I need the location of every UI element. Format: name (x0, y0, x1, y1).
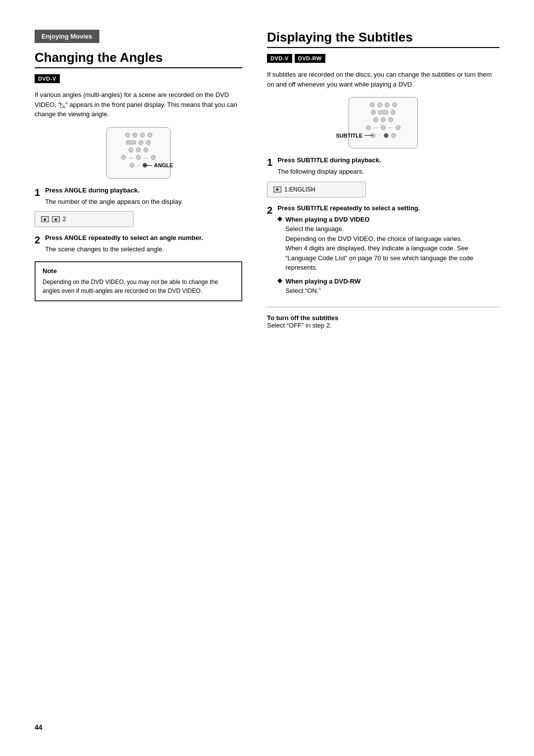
bullet-dvd-video-line3: When 4 digits are displayed, they indica… (285, 244, 473, 271)
btn-11 (136, 155, 141, 160)
right-dvd-v-badge: DVD-V (267, 54, 292, 63)
left-body-text: If various angles (multi-angles) for a s… (35, 90, 242, 119)
r-btn-3 (385, 102, 390, 107)
btn-13 (130, 163, 134, 168)
bullet-dvd-rw-content: When playing a DVD-RW Select “ON.” (285, 277, 360, 296)
bullet-dvd-video-line1: Select the language. (285, 225, 344, 233)
r-btn-15 (391, 133, 396, 138)
btn-8 (136, 147, 141, 152)
remote-row-2 (126, 140, 151, 145)
r-remote-row-3 (373, 117, 393, 122)
display-box-inner: ■ ■ 2 (41, 216, 127, 223)
subtitle-display-box: ■ 1:ENGLISH (267, 182, 366, 197)
r-btn-4 (392, 102, 397, 107)
bullet-dvd-rw: ◆ When playing a DVD-RW Select “ON.” (277, 277, 499, 296)
subtitle-label: SUBTITLE (336, 133, 373, 139)
dvd-v-badge: DVD-V (35, 74, 60, 83)
right-divider (267, 307, 499, 307)
step-1-desc: The number of the angle appears on the d… (45, 197, 242, 207)
remote-row-1 (125, 133, 152, 138)
r-remote-row-1 (370, 102, 397, 107)
subtitle-display-icon: ■ (273, 187, 281, 192)
r-btn-9 (388, 117, 393, 122)
right-dvd-rw-badge: DVD-RW (295, 54, 325, 63)
r-btn-12 (396, 125, 400, 130)
bullet-dvd-video: ◆ When playing a DVD VIDEO Select the la… (277, 215, 499, 273)
turn-off-title: To turn off the subtitles (267, 314, 338, 322)
right-step-1: 1 Press SUBTITLE during playback. The fo… (267, 156, 499, 177)
right-step-1-number: 1 (267, 156, 272, 168)
btn-rect-1 (126, 141, 136, 144)
angle-display-box: ■ ■ 2 (35, 211, 134, 227)
left-section-title: Changing the Angles (35, 50, 242, 68)
right-step-2-title: Press SUBTITLE repeatedly to select a se… (277, 204, 499, 212)
right-dvd-badge-container: DVD-V DVD-RW (267, 54, 499, 63)
bullet-diamond-1: ◆ (277, 215, 282, 222)
display-icon: ■ (41, 216, 49, 222)
step-2-number: 2 (35, 234, 40, 246)
display-value: 2 (63, 216, 66, 223)
right-step-1-desc: The following display appears. (277, 167, 499, 177)
r-remote-row-4: — — (366, 125, 400, 130)
r-btn-8 (381, 117, 386, 122)
bullet-diamond-2: ◆ (277, 277, 282, 284)
r-btn-11 (381, 125, 386, 130)
right-step-1-content: Press SUBTITLE during playback. The foll… (277, 156, 499, 177)
remote-row-4: — — (121, 155, 156, 160)
left-step-2: 2 Press ANGLE repeatedly to select an an… (35, 234, 242, 254)
dvd-badge-container: DVD-V (35, 74, 242, 83)
r-btn-10 (366, 125, 371, 130)
subtitle-display-inner: ■ 1:ENGLISH (273, 186, 359, 193)
left-column: Enjoying Movies Changing the Angles DVD-… (35, 30, 242, 726)
btn-3 (140, 133, 145, 138)
r-btn-6 (391, 110, 396, 115)
step-1-title: Press ANGLE during playback. (45, 187, 242, 194)
bullet-dvd-video-line2: Depending on the DVD VIDEO, the choice o… (285, 235, 462, 242)
step-2-desc: The scene changes to the selected angle. (45, 244, 242, 254)
btn-12 (151, 155, 156, 160)
angle-label: ANGLE (143, 162, 174, 168)
btn-2 (133, 133, 137, 138)
r-remote-row-2 (371, 110, 396, 115)
remote-body-right: — — SUBTITLE ○ (349, 97, 418, 148)
note-box: Note Depending on the DVD VIDEO, you may… (35, 261, 242, 301)
r-btn-rect-1 (378, 110, 388, 114)
right-step-2-content: Press SUBTITLE repeatedly to select a se… (277, 204, 499, 300)
btn-4 (147, 133, 152, 138)
right-step-2: 2 Press SUBTITLE repeatedly to select a … (267, 204, 499, 300)
r-btn-2 (377, 102, 382, 107)
r-btn-5 (371, 110, 376, 115)
btn-6 (146, 140, 151, 145)
step-2-content: Press ANGLE repeatedly to select an angl… (45, 234, 242, 254)
turn-off-note: To turn off the subtitles Select “OFF” i… (267, 314, 499, 329)
note-text: Depending on the DVD VIDEO, you may not … (43, 278, 234, 295)
display-icon-2: ■ (52, 216, 60, 222)
btn-5 (138, 140, 143, 145)
bullet-dvd-rw-line1: Select “ON.” (285, 287, 321, 294)
right-section-title: Displaying the Subtitles (267, 30, 499, 48)
r-btn-7 (373, 117, 378, 122)
step-2-title: Press ANGLE repeatedly to select an angl… (45, 234, 242, 241)
remote-row-5: ○ ANGLE (130, 163, 147, 168)
remote-row-3 (129, 147, 148, 152)
remote-body-left: — — ○ ANGLE (106, 127, 171, 179)
right-step-2-number: 2 (267, 204, 272, 216)
page-number: 44 (35, 723, 43, 731)
remote-diagram-left: — — ○ ANGLE (106, 127, 171, 179)
note-title: Note (43, 267, 234, 275)
btn-9 (143, 147, 148, 152)
bullet-dvd-rw-title: When playing a DVD-RW (285, 278, 360, 285)
section-banner: Enjoying Movies (35, 30, 99, 43)
step-1-content: Press ANGLE during playback. The number … (45, 187, 242, 207)
subtitle-display-value: 1:ENGLISH (284, 186, 315, 193)
r-btn-1 (370, 102, 375, 107)
remote-buttons-left: — — ○ ANGLE (113, 133, 164, 168)
btn-10 (121, 155, 126, 160)
subtitle-button (384, 133, 389, 138)
left-step-1: 1 Press ANGLE during playback. The numbe… (35, 187, 242, 207)
step-1-number: 1 (35, 187, 40, 198)
right-column: Displaying the Subtitles DVD-V DVD-RW If… (267, 30, 499, 726)
right-step-1-title: Press SUBTITLE during playback. (277, 156, 499, 164)
remote-buttons-right: — — SUBTITLE ○ (355, 102, 411, 138)
btn-7 (129, 147, 134, 152)
